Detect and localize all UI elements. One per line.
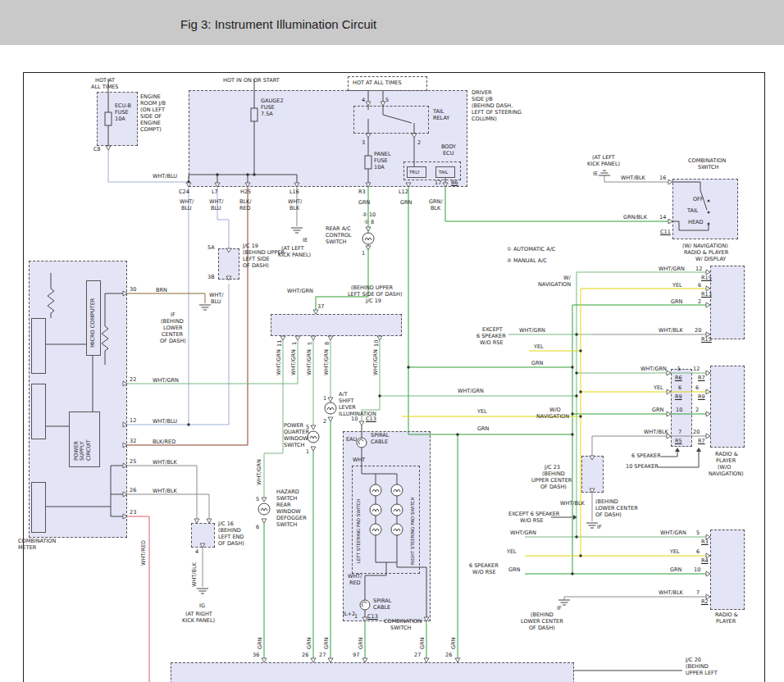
diagram-label: ② MANUAL A/C xyxy=(507,258,547,264)
diagram-label: WHT/BLK xyxy=(153,460,177,466)
diagram-label: SWITCH xyxy=(390,625,412,631)
diagram-label: GRN xyxy=(670,567,681,573)
diagram-label: C13 xyxy=(367,614,378,620)
diagram-label: NAVIGATION xyxy=(536,414,569,420)
diagram-label: R3 xyxy=(701,539,709,545)
diagram-label: YEL xyxy=(670,549,680,555)
diagram-label: BRN xyxy=(156,288,167,293)
diagram-label: W/O RSE xyxy=(472,570,496,575)
diagram-label: WHT/BLK xyxy=(192,562,198,587)
diagram-label: 2 xyxy=(323,419,326,425)
diagram-label: R6 xyxy=(675,375,682,381)
diagram-label: 22 xyxy=(130,377,136,383)
diagram-label: GRN xyxy=(400,200,412,206)
diagram-label: ② 10 xyxy=(362,212,376,218)
diagram-label: J/C 19 xyxy=(366,298,381,304)
diagram-label: 12 xyxy=(695,266,702,272)
diagram-label: C8 xyxy=(93,147,101,152)
diagram-label: OF DASH) xyxy=(540,484,567,490)
diagram-label: R15 xyxy=(701,337,712,343)
diagram-label: 10 xyxy=(351,416,358,422)
diagram-label: WHT/GRN xyxy=(519,328,545,334)
diagram-label: YEL xyxy=(534,344,544,350)
diagram-label: 32 xyxy=(130,439,136,444)
diagram-label: 7.5A xyxy=(261,111,273,117)
diagram-label: 2 xyxy=(417,140,421,146)
diagram-label: NAVIGATION xyxy=(538,282,571,288)
diagram-label: HOT AT ALL TIMES xyxy=(353,80,402,86)
diagram-label: R7 xyxy=(698,439,705,444)
diagram-label: COMPT) xyxy=(140,127,162,133)
diagram-label: 10 xyxy=(694,567,700,573)
diagram-label: 10A xyxy=(374,165,385,170)
diagram-label: WHT/BLU xyxy=(153,174,177,180)
diagram-label: 6 SPEAKER xyxy=(631,453,661,459)
diagram-label: 10 xyxy=(676,407,682,413)
labels-layer: HOT ATALL TIMESECU-BFUSE10AENGINEROOM J/… xyxy=(0,0,784,682)
diagram-label: GRN xyxy=(451,638,457,649)
diagram-label: IF xyxy=(557,606,562,612)
diagram-label: W/O RSE xyxy=(480,340,504,346)
diagram-label: BLU xyxy=(181,206,192,211)
diagram-label: 5A xyxy=(207,245,215,251)
diagram-label: WHT xyxy=(353,457,365,463)
diagram-label: IL+2 xyxy=(343,612,355,617)
diagram-label: YEL xyxy=(477,409,487,415)
diagram-label: 1 xyxy=(354,614,358,620)
diagram-label: 30 xyxy=(130,287,136,293)
diagram-label: 5 xyxy=(696,530,700,536)
diagram-label: WHT/GRN xyxy=(276,349,282,375)
diagram-label: YEL xyxy=(507,549,517,555)
diagram-label: GRN xyxy=(324,638,330,649)
diagram-label: YEL xyxy=(672,283,682,289)
diagram-label: R9 xyxy=(675,394,682,400)
diagram-label: B6 xyxy=(451,180,458,186)
diagram-label: 4 xyxy=(362,98,365,103)
diagram-label: TAIL xyxy=(439,170,448,175)
diagram-label: GRN xyxy=(258,638,263,649)
diagram-label: COLUMN) xyxy=(472,116,497,122)
diagram-label: CABLE xyxy=(371,439,388,445)
diagram-label: 5 xyxy=(677,366,681,372)
diagram-label: WHT/GRN xyxy=(291,349,297,375)
diagram-label: W/O RSE xyxy=(520,518,544,524)
diagram-label: BLU xyxy=(211,299,221,305)
diagram-label: 8 xyxy=(325,342,330,345)
diagram-label: OF DASH) xyxy=(218,541,244,547)
diagram-label: WHT/GRN xyxy=(257,459,262,485)
diagram-label: GRN xyxy=(508,567,520,573)
diagram-label: 17 xyxy=(435,180,441,186)
diagram-label: 1 xyxy=(362,251,365,257)
diagram-label: IE xyxy=(303,238,308,243)
diagram-label: GRN/BLK xyxy=(623,215,647,221)
diagram-label: 97 xyxy=(353,652,359,658)
diagram-label: 26 xyxy=(302,652,308,658)
diagram-label: SWITCH xyxy=(284,443,305,448)
diagram-label: 6 xyxy=(696,549,700,555)
diagram-label: C24 xyxy=(179,189,189,195)
diagram-label: RIGHT STEERING PAD SWITCH xyxy=(410,497,415,565)
diagram-label: 20 xyxy=(693,430,700,435)
diagram-label: 14 xyxy=(659,215,666,221)
diagram-label: EAU xyxy=(346,437,357,443)
diagram-label: 12 xyxy=(693,366,700,372)
diagram-label: 25 xyxy=(130,459,136,465)
diagram-label: GRN xyxy=(477,426,489,432)
diagram-label: 10A xyxy=(115,116,125,122)
diagram-label: 6 xyxy=(698,283,701,289)
diagram-label: WHT/GRN xyxy=(307,349,312,375)
diagram-label: KICK PANEL) xyxy=(182,618,215,624)
diagram-label: C13 xyxy=(366,416,376,422)
diagram-label: OF DASH) xyxy=(243,263,269,269)
diagram-label: NAVIGATION) xyxy=(709,471,744,477)
diagram-label: R13 xyxy=(701,292,712,298)
diagram-label: 12 xyxy=(130,418,136,424)
diagram-label: R7 xyxy=(698,375,705,381)
diagram-label: OF DASH) xyxy=(595,512,622,518)
diagram-label: METER xyxy=(18,545,36,551)
diagram-label: PLAYER xyxy=(716,619,736,625)
diagram-label: 7 xyxy=(696,590,700,596)
diagram-label: BLU xyxy=(211,206,221,211)
diagram-label: 6 xyxy=(695,385,699,391)
diagram-label: 27 xyxy=(414,652,421,658)
